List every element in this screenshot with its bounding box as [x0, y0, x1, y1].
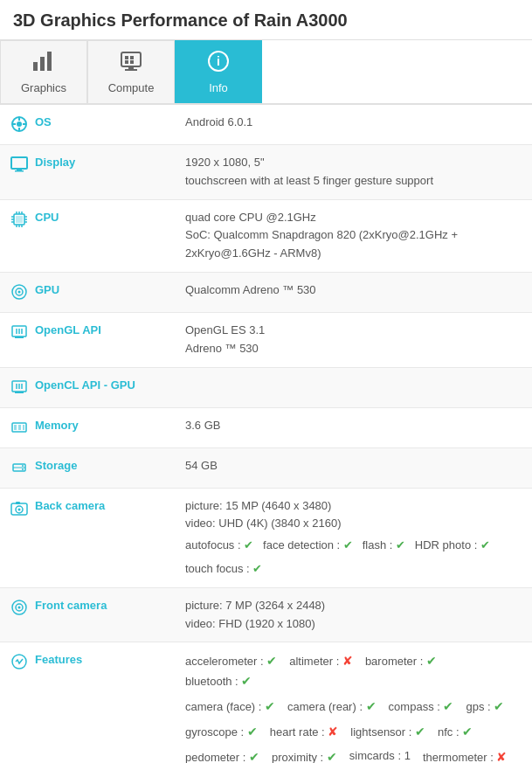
- feature-accelerometer: accelerometer : ✔: [185, 651, 277, 671]
- cpu-label: CPU: [35, 211, 59, 224]
- front-camera-value-line-1: video: FHD (1920 x 1080): [185, 615, 522, 634]
- svg-rect-1: [40, 57, 45, 71]
- label-cell-opencl: OpenCL API - GPU: [0, 367, 175, 407]
- front-camera-label: Front camera: [35, 599, 107, 612]
- features-icon: [10, 653, 28, 673]
- tab-graphics[interactable]: Graphics: [0, 40, 87, 103]
- svg-point-58: [18, 508, 21, 510]
- label-cell-front-camera: Front camera: [0, 587, 175, 642]
- gpu-icon: [10, 283, 28, 303]
- feature-bluetooth: bluetooth : ✔: [185, 671, 252, 691]
- value-cell-back-camera: picture: 15 MP (4640 x 3480)video: UHD (…: [175, 488, 532, 587]
- storage-value-line-0: 54 GB: [185, 457, 522, 475]
- value-cell-features: accelerometer : ✔altimeter : ✘barometer …: [175, 642, 532, 763]
- svg-point-54: [22, 465, 24, 467]
- display-icon: [10, 156, 28, 176]
- feature-proximity: proximity : ✔: [272, 747, 337, 763]
- value-cell-display: 1920 x 1080, 5"touchscreen with at least…: [175, 145, 532, 200]
- feature-heart-rate: heart rate : ✘: [270, 722, 338, 742]
- svg-rect-6: [125, 60, 128, 64]
- opengl-label: OpenGL API: [35, 323, 101, 336]
- table-row-features: Featuresaccelerometer : ✔altimeter : ✘ba…: [0, 642, 532, 763]
- value-cell-memory: 3.6 GB: [175, 407, 532, 447]
- feature-barometer: barometer : ✔: [365, 651, 437, 671]
- tab-compute-label: Compute: [108, 81, 155, 94]
- memory-value-line-0: 3.6 GB: [185, 417, 522, 435]
- opengl-value-line-0: OpenGL ES 3.1: [185, 322, 522, 340]
- compute-icon: [119, 50, 143, 78]
- table-row-front-camera: Front camerapicture: 7 MP (3264 x 2448)v…: [0, 587, 532, 642]
- svg-rect-22: [16, 216, 23, 223]
- value-cell-storage: 54 GB: [175, 447, 532, 488]
- svg-rect-7: [130, 60, 134, 64]
- feature-camera-rear: camera (rear) : ✔: [287, 697, 377, 717]
- svg-rect-20: [15, 170, 24, 172]
- feature-simcards: simcards : 1: [349, 747, 411, 763]
- back-camera-features: autofocus : ✔ face detection : ✔ flash :…: [185, 537, 522, 555]
- cpu-value-line-1: SoC: Qualcomm Snapdragon 820 (2xKryo@2.1…: [185, 226, 522, 263]
- storage-label: Storage: [35, 459, 77, 472]
- label-cell-gpu: GPU: [0, 272, 175, 312]
- tab-info-label: Info: [209, 81, 228, 94]
- table-row-opencl: OpenCL API - GPU: [0, 367, 532, 407]
- svg-rect-2: [47, 52, 52, 71]
- svg-rect-39: [15, 336, 24, 338]
- table-row-gpu: GPUQualcomm Adreno ™ 530: [0, 272, 532, 312]
- opengl-icon: [10, 323, 28, 343]
- storage-icon: [10, 459, 28, 479]
- value-cell-gpu: Qualcomm Adreno ™ 530: [175, 272, 532, 312]
- svg-rect-9: [125, 69, 137, 71]
- opencl-icon: [10, 378, 28, 399]
- display-label: Display: [35, 156, 75, 169]
- table-row-os: OSAndroid 6.0.1: [0, 105, 532, 145]
- svg-rect-59: [16, 502, 20, 504]
- value-cell-os: Android 6.0.1: [175, 105, 532, 145]
- table-row-display: Display1920 x 1080, 5"touchscreen with a…: [0, 145, 532, 200]
- cpu-icon: [10, 211, 28, 231]
- info-table: OSAndroid 6.0.1Display1920 x 1080, 5"tou…: [0, 105, 532, 763]
- svg-point-62: [18, 606, 21, 608]
- os-value-line-0: Android 6.0.1: [185, 114, 522, 132]
- svg-rect-4: [125, 56, 128, 59]
- cpu-value-line-0: quad core CPU @2.1GHz: [185, 209, 522, 227]
- tab-info[interactable]: i Info: [175, 40, 262, 103]
- svg-rect-50: [18, 425, 21, 430]
- display-value-line-1: touchscreen with at least 5 finger gestu…: [185, 172, 522, 191]
- label-cell-storage: Storage: [0, 447, 175, 488]
- label-cell-opengl: OpenGL API: [0, 312, 175, 367]
- table-row-opengl: OpenGL APIOpenGL ES 3.1Adreno ™ 530: [0, 312, 532, 367]
- tab-compute[interactable]: Compute: [87, 40, 175, 103]
- os-label: OS: [35, 115, 52, 128]
- display-value-line-0: 1920 x 1080, 5": [185, 154, 522, 172]
- memory-label: Memory: [35, 419, 79, 432]
- value-cell-front-camera: picture: 7 MP (3264 x 2448)video: FHD (1…: [175, 587, 532, 642]
- opencl-label: OpenCL API - GPU: [35, 378, 135, 392]
- back-camera-label: Back camera: [35, 499, 105, 512]
- svg-rect-5: [130, 56, 134, 59]
- memory-icon: [10, 419, 28, 439]
- svg-rect-0: [33, 62, 38, 71]
- label-cell-features: Features: [0, 642, 175, 763]
- os-icon: [10, 115, 28, 135]
- back-camera-picture: picture: 15 MP (4640 x 3480): [185, 497, 522, 516]
- label-cell-back-camera: Back camera: [0, 488, 175, 587]
- svg-rect-19: [17, 169, 22, 170]
- feature-altimeter: altimeter : ✘: [289, 651, 353, 671]
- tab-bar: Graphics Compute i Info: [0, 40, 532, 105]
- features-label: Features: [35, 653, 82, 666]
- back-camera-icon: [10, 499, 28, 519]
- gpu-label: GPU: [35, 283, 59, 296]
- front-camera-value-line-0: picture: 7 MP (3264 x 2448): [185, 597, 522, 615]
- feature-gps: gps : ✔: [466, 697, 504, 717]
- label-cell-display: Display: [0, 145, 175, 200]
- svg-rect-18: [11, 157, 27, 169]
- feature-nfc: nfc : ✔: [438, 722, 473, 742]
- svg-rect-51: [23, 425, 24, 430]
- svg-text:i: i: [217, 54, 220, 68]
- graphics-icon: [31, 50, 56, 78]
- label-cell-memory: Memory: [0, 407, 175, 447]
- value-cell-opengl: OpenGL ES 3.1Adreno ™ 530: [175, 312, 532, 367]
- table-row-back-camera: Back camerapicture: 15 MP (4640 x 3480)v…: [0, 488, 532, 587]
- label-cell-cpu: CPU: [0, 199, 175, 272]
- svg-rect-8: [128, 66, 134, 69]
